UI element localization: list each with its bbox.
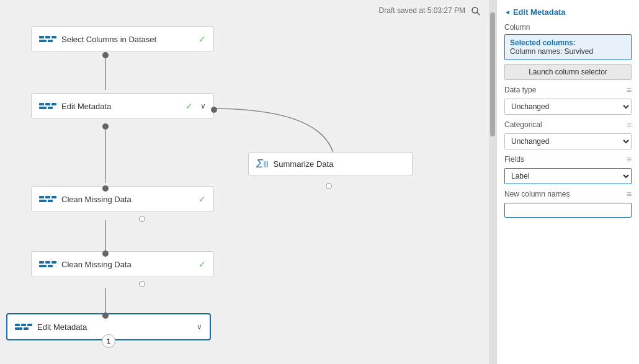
- fields-label: Fields: [504, 155, 624, 164]
- node-label-select-columns: Select Columns in Dataset: [61, 35, 194, 44]
- selected-columns-label: Selected columns:: [510, 38, 576, 47]
- sigma-icon-summarize: Σ |||: [256, 158, 269, 171]
- categorical-label: Categorical: [504, 120, 624, 129]
- check-icon-clean-1: ✓: [199, 194, 206, 204]
- new-column-names-drag-icon: ≡: [627, 189, 632, 199]
- module-icon-clean-2: [39, 257, 56, 272]
- connector-dot-2b: [211, 107, 217, 113]
- categorical-drag-icon: ≡: [627, 120, 632, 130]
- column-selector-box: Selected columns: Column names: Survived: [504, 34, 632, 60]
- node-label-edit-metadata-1: Edit Metadata: [61, 102, 181, 111]
- canvas-area: Draft saved at 5:03:27 PM Select Columns…: [0, 0, 496, 364]
- canvas-scrollbar-thumb[interactable]: [490, 12, 495, 136]
- panel-collapse-icon[interactable]: ◄: [504, 9, 511, 16]
- node-edit-metadata-1[interactable]: Edit Metadata ✓ ∨: [31, 93, 214, 119]
- categorical-row: Categorical ≡: [504, 120, 632, 130]
- node-label-clean-1: Clean Missing Data: [61, 195, 194, 204]
- connector-dot-clean2-top: [102, 251, 109, 257]
- node-label-edit-metadata-2: Edit Metadata: [37, 322, 189, 332]
- svg-line-1: [477, 12, 480, 15]
- module-icon-clean-1: [39, 192, 56, 206]
- module-icon-select-columns: [39, 32, 56, 47]
- node-badge-1: 1: [102, 334, 115, 348]
- fields-row: Fields ≡: [504, 154, 632, 164]
- data-type-drag-icon: ≡: [627, 85, 632, 95]
- draft-saved-label: Draft saved at 5:03:27 PM: [379, 6, 465, 15]
- new-column-names-input[interactable]: [504, 203, 632, 218]
- column-names-label: Column names: [510, 47, 560, 56]
- fields-drag-icon: ≡: [627, 154, 632, 164]
- panel-title-text: Edit Metadata: [513, 7, 566, 17]
- data-type-label: Data type: [504, 86, 624, 94]
- node-clean-missing-1[interactable]: Clean Missing Data ✓: [31, 186, 214, 212]
- module-icon-edit-metadata-2: [15, 319, 32, 334]
- check-icon-edit-metadata-1: ✓: [185, 101, 193, 111]
- connector-dot-clean2-bottom: [139, 281, 145, 287]
- node-label-clean-2: Clean Missing Data: [61, 260, 194, 269]
- connector-dot-2: [102, 123, 109, 130]
- connector-dot-1: [102, 52, 109, 58]
- connector-dot-clean1-top: [102, 185, 109, 192]
- connector-dot-em2-top: [102, 313, 109, 319]
- new-column-names-label: New column names: [504, 190, 624, 198]
- chevron-icon-edit-metadata-1: ∨: [200, 102, 206, 110]
- check-icon-select-columns: ✓: [199, 34, 206, 44]
- node-edit-metadata-2[interactable]: Edit Metadata ∨ 1: [6, 313, 211, 340]
- data-type-row: Data type ≡: [504, 85, 632, 95]
- column-names-value: Survived: [564, 47, 593, 56]
- node-summarize-data[interactable]: Σ ||| Summarize Data: [248, 152, 413, 176]
- node-clean-missing-2[interactable]: Clean Missing Data ✓: [31, 251, 214, 277]
- node-label-summarize: Summarize Data: [274, 159, 404, 169]
- node-select-columns[interactable]: Select Columns in Dataset ✓: [31, 26, 214, 52]
- data-type-select[interactable]: Unchanged String Integer Double Boolean …: [504, 99, 632, 115]
- check-icon-clean-2: ✓: [199, 259, 206, 269]
- chevron-icon-edit-metadata-2: ∨: [197, 322, 202, 331]
- connector-dot-clean1-bottom: [139, 216, 145, 222]
- panel-title: ◄ Edit Metadata: [504, 7, 632, 17]
- column-section-label: Column: [504, 23, 632, 32]
- canvas-scrollbar[interactable]: [489, 0, 496, 364]
- search-icon[interactable]: [471, 6, 481, 18]
- module-icon-edit-metadata-1: [39, 99, 56, 113]
- connector-lines: [0, 0, 496, 364]
- launch-column-selector-button[interactable]: Launch column selector: [504, 64, 632, 80]
- fields-select[interactable]: Label Feature Score Weight Clear feature…: [504, 168, 632, 184]
- connector-dot-summarize-out: [326, 183, 332, 189]
- categorical-select[interactable]: Unchanged Categorical Non-Categorical: [504, 133, 632, 149]
- right-panel: ◄ Edit Metadata Column Selected columns:…: [496, 0, 639, 364]
- new-column-names-row: New column names ≡: [504, 189, 632, 199]
